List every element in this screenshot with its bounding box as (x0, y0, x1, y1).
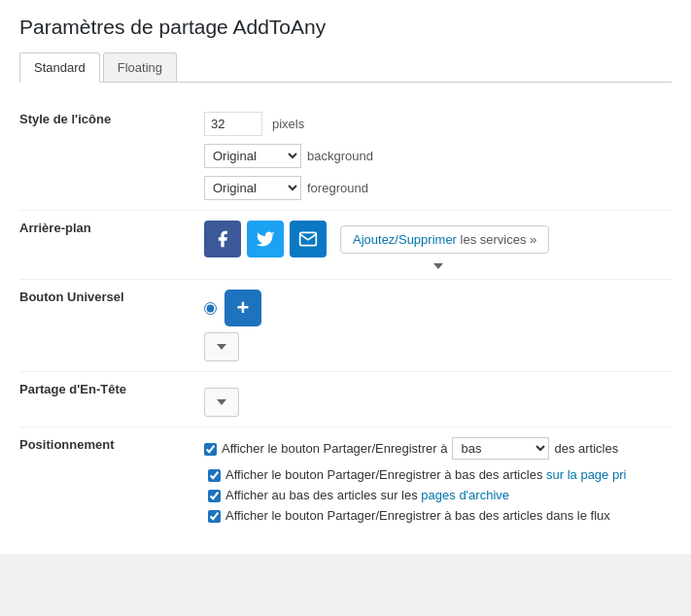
pages-archive-link[interactable]: pages d'archive (421, 488, 509, 502)
positioning-sub-row-2: Afficher au bas des articles sur les pag… (204, 488, 672, 502)
positionnement-row: Positionnement Afficher le bouton Partag… (19, 428, 672, 539)
partage-entete-arrow-icon (217, 399, 226, 405)
partage-entete-row: Partage d'En-Tête (19, 372, 672, 428)
page-title: Paramètres de partage AddToAny (19, 16, 672, 39)
icon-style-label: Style de l'icône (19, 102, 204, 211)
facebook-icon (213, 229, 232, 249)
caret-down-icon (433, 263, 443, 269)
positionnement-main-text: Afficher le bouton Partager/Enregistrer … (222, 441, 447, 456)
partage-entete-controls (204, 372, 672, 428)
arriere-plan-label: Arrière-plan (19, 211, 204, 280)
positionnement-position-select[interactable]: bas haut les deux (452, 437, 549, 460)
social-caret (204, 263, 672, 269)
email-icon-btn[interactable] (290, 221, 327, 257)
foreground-select-row: Original Custom foreground (204, 176, 672, 200)
partage-entete-dropdown-btn[interactable] (204, 388, 239, 417)
positionnement-sub-checkbox-1[interactable] (208, 469, 221, 482)
icon-style-row: Style de l'icône pixels Original Custom … (19, 102, 672, 211)
positionnement-suffix: des articles (554, 441, 618, 456)
positioning-sub-row-3: Afficher le bouton Partager/Enregistrer … (204, 508, 672, 523)
add-remove-text: Ajoutez/Supprimer (353, 232, 457, 247)
bouton-universel-controls: + (204, 280, 672, 372)
positionnement-sub-checkbox-2[interactable] (208, 490, 221, 502)
add-remove-link[interactable]: Ajoutez/Supprimer (353, 232, 461, 247)
background-select-row: Original Custom background (204, 144, 672, 168)
dropdown-arrow-icon (217, 344, 226, 350)
settings-table: Style de l'icône pixels Original Custom … (19, 102, 672, 538)
bouton-universel-radio[interactable] (204, 302, 217, 315)
arriere-plan-col: Ajoutez/Supprimer les services » (204, 221, 672, 269)
foreground-label: foreground (307, 181, 368, 195)
positionnement-main-checkbox[interactable] (204, 443, 217, 456)
universal-btn-row: + (204, 290, 672, 326)
page-pri-link[interactable]: sur la page pri (546, 467, 626, 482)
positionnement-controls: Afficher le bouton Partager/Enregistrer … (204, 428, 672, 539)
icon-size-input[interactable] (204, 112, 262, 136)
plus-icon: + (237, 297, 250, 319)
bouton-universel-row: Bouton Universel + (19, 280, 672, 372)
pixels-label: pixels (272, 117, 304, 131)
social-icons-row: Ajoutez/Supprimer les services » (204, 221, 672, 257)
positionnement-sub-label-1: Afficher le bouton Partager/Enregistrer … (225, 467, 626, 482)
twitter-icon-btn[interactable] (247, 221, 284, 257)
tab-floating[interactable]: Floating (103, 52, 177, 82)
icon-style-controls: pixels Original Custom background Origin… (204, 102, 672, 211)
arriere-plan-controls: Ajoutez/Supprimer les services » (204, 211, 672, 280)
tabs-container: Standard Floating (19, 52, 672, 83)
email-icon (298, 229, 318, 249)
add-remove-services-btn[interactable]: Ajoutez/Supprimer les services » (340, 225, 549, 254)
positionnement-label: Positionnement (19, 428, 204, 539)
positionnement-sub-checkbox-3[interactable] (208, 510, 221, 523)
background-label: background (307, 149, 373, 163)
facebook-icon-btn[interactable] (204, 221, 241, 257)
universal-dropdown-btn[interactable] (204, 332, 239, 361)
positioning-sub-row-1: Afficher le bouton Partager/Enregistrer … (204, 467, 672, 482)
tab-standard[interactable]: Standard (19, 52, 100, 83)
positionnement-label-text: Positionnement (19, 437, 115, 452)
twitter-icon (256, 229, 275, 249)
partage-entete-label: Partage d'En-Tête (19, 372, 204, 428)
positionnement-sub-label-2: Afficher au bas des articles sur les pag… (225, 488, 509, 502)
icon-size-row: pixels (204, 112, 672, 136)
background-select[interactable]: Original Custom (204, 144, 301, 168)
positionnement-sub-label-3: Afficher le bouton Partager/Enregistrer … (225, 508, 610, 523)
universal-plus-btn[interactable]: + (225, 290, 261, 326)
bouton-universel-label: Bouton Universel (19, 280, 204, 372)
positionnement-checkbox-label: Afficher le bouton Partager/Enregistrer … (222, 441, 447, 456)
arriere-plan-row: Arrière-plan (19, 211, 672, 280)
positioning-main-row: Afficher le bouton Partager/Enregistrer … (204, 437, 672, 460)
foreground-select[interactable]: Original Custom (204, 176, 301, 200)
add-remove-suffix: les services » (461, 232, 537, 247)
page-wrapper: Paramètres de partage AddToAny Standard … (0, 0, 691, 554)
